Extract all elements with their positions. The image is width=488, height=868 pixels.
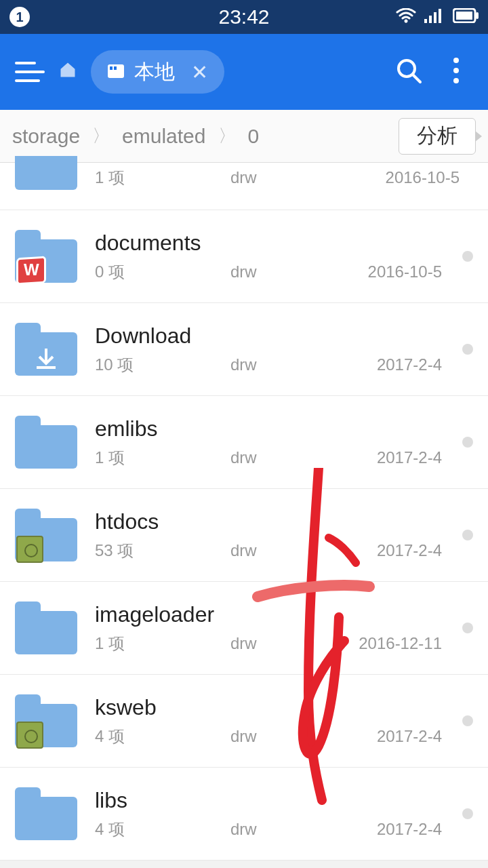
- crumb-storage[interactable]: storage: [0, 125, 92, 148]
- signal-icon: [424, 7, 445, 28]
- row-meta: 1 项drw2017-2-4: [95, 447, 455, 469]
- permissions: drw: [230, 727, 325, 746]
- date-modified: 2017-2-4: [325, 727, 455, 746]
- folder-row[interactable]: Download10 项drw2017-2-4: [0, 303, 488, 396]
- date-modified: 2016-10-5: [325, 262, 455, 281]
- folder-name: documents: [95, 231, 455, 256]
- folder-name: Download: [95, 323, 455, 349]
- svg-rect-10: [114, 66, 117, 70]
- permissions: drw: [230, 262, 325, 281]
- folder-name: htdocs: [95, 509, 455, 534]
- svg-rect-3: [434, 12, 436, 23]
- folder-row[interactable]: documents0 项drw2016-10-5: [0, 210, 488, 303]
- permissions: drw: [230, 820, 325, 839]
- svg-rect-2: [429, 16, 432, 23]
- chevron-right-icon: 〉: [92, 124, 110, 148]
- row-meta: 53 项drw2017-2-4: [95, 540, 455, 561]
- search-button[interactable]: [392, 56, 426, 87]
- folder-name: emlibs: [95, 416, 455, 441]
- svg-point-13: [453, 58, 459, 63]
- location-chip[interactable]: 本地 ✕: [91, 50, 224, 94]
- chevron-right-icon: 〉: [218, 124, 236, 148]
- breadcrumb: storage 〉 emulated 〉 0 分析: [0, 110, 488, 163]
- analyze-button[interactable]: 分析: [399, 118, 476, 155]
- item-count: 1 项: [95, 447, 230, 469]
- row-meta: 4 项drw2017-2-4: [95, 726, 455, 747]
- row-meta: 4 项drw2017-2-4: [95, 818, 455, 840]
- row-selector[interactable]: [462, 715, 473, 726]
- item-count: 53 项: [95, 540, 230, 561]
- folder-icon: [15, 156, 77, 190]
- row-selector[interactable]: [462, 251, 473, 262]
- folder-name: libs: [95, 788, 455, 813]
- home-icon[interactable]: [58, 60, 77, 84]
- permissions: drw: [230, 448, 325, 467]
- date-modified: 2017-2-4: [325, 355, 455, 374]
- folder-name: ksweb: [95, 695, 455, 720]
- folder-icon: [15, 601, 77, 654]
- item-count: 4 项: [95, 726, 230, 747]
- location-label: 本地: [134, 58, 175, 86]
- date-modified: 2017-2-4: [325, 541, 455, 560]
- folder-name: imageloader: [95, 602, 455, 627]
- folder-row[interactable]: emlibs1 项drw2017-2-4: [0, 396, 488, 489]
- folder-row[interactable]: libs4 项drw2017-2-4: [0, 768, 488, 861]
- item-count: 1 项: [95, 167, 230, 189]
- crumb-0[interactable]: 0: [236, 125, 272, 148]
- svg-rect-4: [439, 9, 441, 23]
- row-content: Download10 项drw2017-2-4: [95, 323, 455, 376]
- svg-point-0: [405, 19, 408, 22]
- more-button[interactable]: [439, 56, 473, 87]
- app-badge-icon: [16, 722, 43, 749]
- sdcard-icon: [107, 60, 125, 83]
- folder-icon: [15, 694, 77, 747]
- folder-row[interactable]: imageloader1 项drw2016-12-11: [0, 582, 488, 675]
- row-content: 1 项drw2016-10-5: [95, 163, 473, 189]
- date-modified: 2017-2-4: [325, 448, 455, 467]
- svg-point-15: [453, 78, 459, 83]
- crumb-emulated[interactable]: emulated: [110, 125, 218, 148]
- date-modified: 2016-10-5: [325, 168, 473, 187]
- row-selector[interactable]: [462, 808, 473, 819]
- svg-line-12: [413, 75, 420, 82]
- date-modified: 2016-12-11: [325, 634, 455, 653]
- item-count: 0 项: [95, 261, 230, 283]
- item-count: 4 项: [95, 818, 230, 840]
- row-selector[interactable]: [462, 623, 473, 633]
- item-count: 1 项: [95, 633, 230, 654]
- folder-row[interactable]: htdocs53 项drw2017-2-4: [0, 489, 488, 582]
- svg-point-14: [453, 68, 459, 73]
- row-selector[interactable]: [462, 530, 473, 540]
- permissions: drw: [230, 634, 325, 653]
- menu-button[interactable]: [15, 57, 45, 87]
- folder-icon: [15, 230, 77, 283]
- file-list: 1 项drw2016-10-5documents0 项drw2016-10-5D…: [0, 163, 488, 861]
- row-content: emlibs1 项drw2017-2-4: [95, 416, 455, 469]
- folder-icon: [15, 323, 77, 376]
- folder-row[interactable]: ksweb4 项drw2017-2-4: [0, 675, 488, 768]
- folder-icon: [15, 509, 77, 561]
- item-count: 10 项: [95, 354, 230, 376]
- permissions: drw: [230, 541, 325, 560]
- close-icon[interactable]: ✕: [191, 60, 208, 84]
- folder-icon: [15, 416, 77, 469]
- row-selector[interactable]: [462, 344, 473, 355]
- app-badge-icon: [16, 536, 43, 563]
- date-modified: 2017-2-4: [325, 820, 455, 839]
- notification-badge: 1: [9, 7, 30, 27]
- svg-rect-9: [110, 66, 113, 70]
- app-bar: 本地 ✕: [0, 34, 488, 110]
- svg-rect-7: [456, 12, 472, 20]
- row-meta: 0 项drw2016-10-5: [95, 261, 455, 283]
- row-selector[interactable]: [462, 437, 473, 448]
- folder-icon: [15, 787, 77, 840]
- row-meta: 1 项drw2016-12-11: [95, 633, 455, 654]
- download-badge-icon: [33, 344, 60, 372]
- row-content: documents0 项drw2016-10-5: [95, 231, 455, 283]
- row-content: imageloader1 项drw2016-12-11: [95, 602, 455, 654]
- permissions: drw: [230, 355, 325, 374]
- row-meta: 1 项drw2016-10-5: [95, 167, 473, 189]
- folder-row[interactable]: 1 项drw2016-10-5: [0, 163, 488, 210]
- row-content: htdocs53 项drw2017-2-4: [95, 509, 455, 561]
- battery-icon: [453, 7, 479, 28]
